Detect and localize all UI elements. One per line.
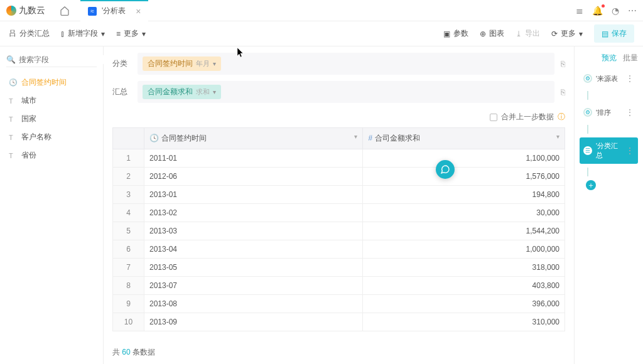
params-icon: ▣ <box>443 29 450 38</box>
cell-value: 1,100,000 <box>363 149 565 168</box>
text-icon: T <box>9 152 16 159</box>
app-logo: 九数云 <box>6 5 45 16</box>
cell-date: 2013-03 <box>144 222 363 240</box>
tab-close-button[interactable]: × <box>136 6 141 16</box>
cell-value: 310,000 <box>363 313 565 331</box>
list-icon[interactable]: ≣ <box>576 6 583 16</box>
save-button[interactable]: ▤ 保存 <box>594 24 634 43</box>
cell-date: 2013-08 <box>144 295 363 313</box>
table-row[interactable]: 92013-08396,000 <box>113 295 565 313</box>
search-input[interactable] <box>19 55 113 64</box>
row-number: 2 <box>113 168 144 186</box>
header-bar: 九数云 ≈ '分析表 × ≣ 🔔 ◔ ⋯ <box>0 0 643 21</box>
cell-date: 2013-04 <box>144 240 363 259</box>
help-icon[interactable]: ⓘ <box>558 112 565 122</box>
row-number: 9 <box>113 295 144 313</box>
add-field-button[interactable]: ⫿ 新增字段 ▾ <box>61 28 105 39</box>
cell-value: 1,576,000 <box>363 168 565 186</box>
col-value[interactable]: #合司金额求和▾ <box>363 128 565 149</box>
step-item[interactable]: ⚙'排序⋮ <box>580 104 638 121</box>
merge-checkbox[interactable] <box>490 114 497 121</box>
step-menu-button[interactable]: ⋮ <box>625 146 634 156</box>
caret-down-icon: ▾ <box>579 29 583 38</box>
group-summary-button[interactable]: 吕 分类汇总 <box>9 28 50 39</box>
step-menu-button[interactable]: ⋮ <box>625 73 634 83</box>
field-label: 城市 <box>21 95 36 106</box>
group-by-label: 分类 <box>112 58 138 69</box>
group-by-dropzone[interactable]: 合同签约时间 年月 ▾ <box>138 53 554 75</box>
aggregate-label: 汇总 <box>112 87 138 97</box>
more2-button[interactable]: ⟳ 更多 ▾ <box>551 28 583 39</box>
step-connector <box>587 91 588 100</box>
step-item[interactable]: ⚙'来源表⋮ <box>580 70 638 87</box>
step-menu-button[interactable]: ⋮ <box>625 107 634 117</box>
caret-down-icon[interactable]: ▾ <box>354 133 357 140</box>
time-icon: 🕓 <box>9 78 16 87</box>
field-label: 省份 <box>21 150 36 161</box>
more-button[interactable]: ≡ 更多 ▾ <box>116 28 146 39</box>
field-search: 🔍 <box>6 53 97 67</box>
table-row[interactable]: 12011-011,100,000 <box>113 149 565 168</box>
active-tab[interactable]: ≈ '分析表 × <box>80 0 148 21</box>
tab-title: '分析表 <box>102 6 126 16</box>
table-row[interactable]: 82013-07403,800 <box>113 277 565 295</box>
steps-rail: 预览 批量 ⚙'来源表⋮⚙'排序⋮☰'分类汇总⋮ ＋ <box>574 46 643 364</box>
tab-batch[interactable]: 批量 <box>623 53 638 63</box>
save-icon: ▤ <box>602 29 608 38</box>
timer-icon[interactable]: ◔ <box>612 6 619 16</box>
row-number: 5 <box>113 222 144 240</box>
group-pill[interactable]: 合同签约时间 年月 ▾ <box>143 56 221 71</box>
merge-row: 合并上一步数据 ⓘ <box>104 109 574 127</box>
merge-label: 合并上一步数据 <box>501 112 554 122</box>
col-rownum[interactable] <box>113 128 144 149</box>
bell-icon[interactable]: 🔔 <box>592 6 603 16</box>
cell-value: 1,000,000 <box>363 240 565 259</box>
caret-down-icon[interactable]: ▾ <box>556 133 559 140</box>
logo-text: 九数云 <box>19 5 45 16</box>
menu-icon[interactable]: ⋯ <box>628 6 637 16</box>
add-column-icon: ⫿ <box>61 29 65 38</box>
aggregate-pill[interactable]: 合同金额求和 求和 ▾ <box>143 85 221 99</box>
cell-date: 2013-09 <box>144 313 363 331</box>
aggregate-dropzone[interactable]: 合同金额求和 求和 ▾ <box>138 81 554 103</box>
home-button[interactable] <box>57 3 73 19</box>
cell-value: 403,800 <box>363 277 565 295</box>
cell-date: 2012-06 <box>144 168 363 186</box>
params-button[interactable]: ▣ 参数 <box>443 28 468 39</box>
field-item[interactable]: T城市 <box>0 92 103 110</box>
add-step-button[interactable]: ＋ <box>586 180 596 190</box>
result-table-wrap: 🕓合同签约时间▾ #合司金额求和▾ 12011-011,100,00022012… <box>104 127 574 341</box>
step-dot-icon: ⚙ <box>583 108 592 117</box>
search-icon: 🔍 <box>6 55 16 64</box>
copy-icon[interactable]: ⎘ <box>561 60 565 68</box>
step-label: '来源表 <box>596 74 622 83</box>
field-item[interactable]: 🕓合同签约时间 <box>0 73 103 92</box>
tab-preview[interactable]: 预览 <box>602 53 617 63</box>
col-date[interactable]: 🕓合同签约时间▾ <box>144 128 363 149</box>
group-by-row: 分类 合同签约时间 年月 ▾ ⎘ <box>112 53 565 75</box>
table-row[interactable]: 32013-01194,800 <box>113 186 565 204</box>
calendar-icon: 🕓 <box>149 134 159 142</box>
header-icons: ≣ 🔔 ◔ ⋯ <box>576 6 637 16</box>
table-row[interactable]: 22012-061,576,000 <box>113 168 565 186</box>
cell-value: 318,000 <box>363 259 565 277</box>
step-item[interactable]: ☰'分类汇总⋮ <box>580 137 638 164</box>
list-icon: ≡ <box>116 29 121 38</box>
cell-date: 2013-02 <box>144 204 363 222</box>
chart-button[interactable]: ⊕ 图表 <box>480 28 504 39</box>
fields-sidebar: 🔍 🕓合同签约时间T城市T国家T客户名称T省份 <box>0 46 104 364</box>
table-row[interactable]: 42013-0230,000 <box>113 204 565 222</box>
text-icon: T <box>9 115 16 123</box>
help-fab[interactable] <box>436 160 455 179</box>
table-row[interactable]: 62013-041,000,000 <box>113 240 565 259</box>
field-item[interactable]: T国家 <box>0 110 103 128</box>
field-item[interactable]: T省份 <box>0 146 103 164</box>
copy-icon[interactable]: ⎘ <box>561 88 565 97</box>
field-item[interactable]: T客户名称 <box>0 128 103 146</box>
table-row[interactable]: 52013-031,544,200 <box>113 222 565 240</box>
table-row[interactable]: 102013-09310,000 <box>113 313 565 331</box>
row-number: 6 <box>113 240 144 259</box>
field-label: 国家 <box>21 114 36 124</box>
cell-value: 194,800 <box>363 186 565 204</box>
table-row[interactable]: 72013-05318,000 <box>113 259 565 277</box>
